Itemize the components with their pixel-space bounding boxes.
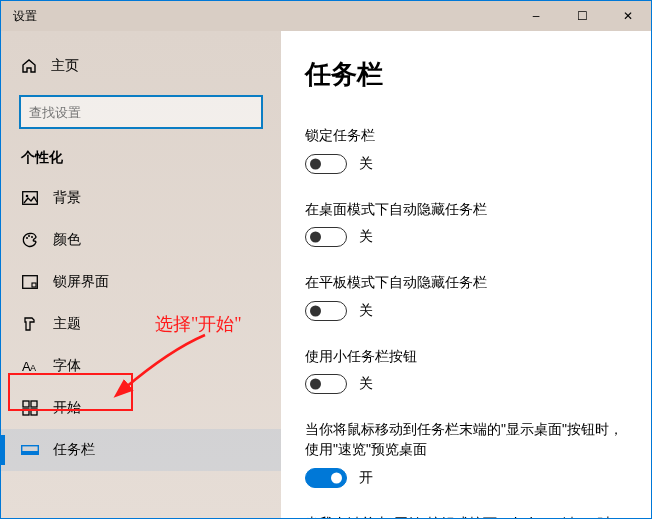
setting-label: 锁定任务栏 bbox=[305, 126, 627, 146]
minimize-button[interactable]: – bbox=[513, 1, 559, 31]
sidebar-item-label: 开始 bbox=[53, 399, 81, 417]
sidebar: 主页 个性化 背景 颜色 bbox=[1, 31, 281, 518]
theme-icon bbox=[21, 316, 39, 332]
svg-text:A: A bbox=[30, 363, 36, 373]
toggle-lock-taskbar[interactable] bbox=[305, 154, 347, 174]
content-area: 任务栏 锁定任务栏 关 在桌面模式下自动隐藏任务栏 关 在平板模式下自动隐藏任务… bbox=[281, 31, 651, 518]
toggle-state: 关 bbox=[359, 302, 373, 320]
taskbar-icon bbox=[21, 445, 39, 455]
sidebar-item-background[interactable]: 背景 bbox=[1, 177, 281, 219]
svg-rect-10 bbox=[31, 401, 37, 407]
sidebar-item-lockscreen[interactable]: 锁屏界面 bbox=[1, 261, 281, 303]
maximize-button[interactable]: ☐ bbox=[559, 1, 605, 31]
svg-point-2 bbox=[26, 237, 28, 239]
svg-rect-6 bbox=[32, 283, 36, 287]
setting-label: 在桌面模式下自动隐藏任务栏 bbox=[305, 200, 627, 220]
font-icon: AA bbox=[21, 358, 39, 374]
home-label: 主页 bbox=[51, 57, 79, 75]
toggle-state: 关 bbox=[359, 228, 373, 246]
svg-rect-14 bbox=[22, 451, 39, 454]
sidebar-item-label: 主题 bbox=[53, 315, 81, 333]
sidebar-item-start[interactable]: 开始 bbox=[1, 387, 281, 429]
sidebar-item-label: 背景 bbox=[53, 189, 81, 207]
svg-point-3 bbox=[28, 235, 30, 237]
sidebar-item-theme[interactable]: 主题 bbox=[1, 303, 281, 345]
setting-label: 当你将鼠标移动到任务栏末端的"显示桌面"按钮时，使用"速览"预览桌面 bbox=[305, 420, 627, 459]
setting-label: 使用小任务栏按钮 bbox=[305, 347, 627, 367]
setting-label: 当我右键单击"开始"按钮或按下 Windows 键+X 时，在菜单中将命令提示符… bbox=[305, 514, 627, 518]
window-controls: – ☐ ✕ bbox=[513, 1, 651, 31]
search-input[interactable] bbox=[29, 105, 253, 120]
window-title: 设置 bbox=[13, 8, 37, 25]
sidebar-item-color[interactable]: 颜色 bbox=[1, 219, 281, 261]
setting-label: 在平板模式下自动隐藏任务栏 bbox=[305, 273, 627, 293]
toggle-autohide-tablet[interactable] bbox=[305, 301, 347, 321]
toggle-state: 关 bbox=[359, 375, 373, 393]
svg-rect-9 bbox=[23, 401, 29, 407]
sidebar-item-label: 锁屏界面 bbox=[53, 273, 109, 291]
search-input-wrap[interactable] bbox=[19, 95, 263, 129]
toggle-small-buttons[interactable] bbox=[305, 374, 347, 394]
svg-point-4 bbox=[31, 236, 33, 238]
svg-rect-5 bbox=[23, 276, 38, 289]
start-icon bbox=[21, 400, 39, 416]
toggle-peek-desktop[interactable] bbox=[305, 468, 347, 488]
svg-point-1 bbox=[26, 195, 29, 198]
home-button[interactable]: 主页 bbox=[1, 49, 281, 83]
toggle-autohide-desktop[interactable] bbox=[305, 227, 347, 247]
close-button[interactable]: ✕ bbox=[605, 1, 651, 31]
toggle-state: 开 bbox=[359, 469, 373, 487]
toggle-state: 关 bbox=[359, 155, 373, 173]
sidebar-item-taskbar[interactable]: 任务栏 bbox=[1, 429, 281, 471]
svg-rect-11 bbox=[23, 409, 29, 415]
sidebar-item-label: 颜色 bbox=[53, 231, 81, 249]
section-title: 个性化 bbox=[1, 145, 281, 177]
picture-icon bbox=[21, 191, 39, 205]
palette-icon bbox=[21, 232, 39, 248]
page-title: 任务栏 bbox=[305, 57, 627, 92]
sidebar-item-label: 任务栏 bbox=[53, 441, 95, 459]
sidebar-item-font[interactable]: AA 字体 bbox=[1, 345, 281, 387]
lockscreen-icon bbox=[21, 275, 39, 289]
home-icon bbox=[21, 58, 37, 74]
svg-rect-12 bbox=[31, 409, 37, 415]
sidebar-item-label: 字体 bbox=[53, 357, 81, 375]
titlebar: 设置 – ☐ ✕ bbox=[1, 1, 651, 31]
